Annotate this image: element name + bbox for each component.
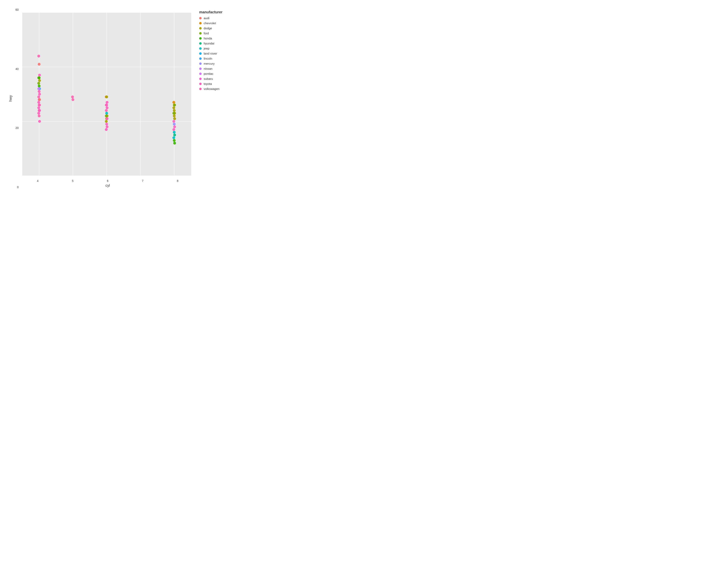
legend-dot bbox=[199, 73, 202, 75]
svg-point-43 bbox=[105, 112, 108, 115]
legend-label: chevrolet bbox=[204, 21, 216, 25]
x-axis-label: cyl bbox=[20, 183, 195, 189]
legend-dot bbox=[199, 17, 202, 20]
svg-point-56 bbox=[173, 109, 176, 112]
plot-core: 45678 cyl bbox=[20, 8, 195, 189]
svg-point-31 bbox=[37, 112, 40, 115]
plot-svg-area bbox=[20, 8, 195, 178]
legend: manufacturer audichevroletdodgefordhonda… bbox=[195, 8, 236, 188]
legend-item: land rover bbox=[199, 52, 236, 55]
legend-label: dodge bbox=[204, 26, 212, 30]
svg-point-65 bbox=[173, 131, 176, 134]
svg-point-69 bbox=[173, 142, 176, 144]
legend-item: honda bbox=[199, 36, 236, 40]
svg-point-41 bbox=[106, 106, 109, 109]
svg-point-16 bbox=[37, 82, 40, 85]
svg-point-34 bbox=[71, 95, 74, 98]
legend-dot bbox=[199, 32, 202, 34]
svg-point-63 bbox=[173, 126, 176, 128]
legend-label: lincoln bbox=[204, 57, 212, 60]
legend-label: toyota bbox=[204, 82, 212, 85]
legend-label: pontiac bbox=[204, 72, 213, 75]
svg-point-17 bbox=[38, 85, 41, 87]
svg-point-19 bbox=[37, 87, 40, 90]
legend-label: audi bbox=[204, 17, 209, 20]
legend-item: dodge bbox=[199, 26, 236, 30]
legend-item: toyota bbox=[199, 82, 236, 85]
svg-point-30 bbox=[38, 109, 41, 112]
svg-point-14 bbox=[38, 76, 41, 79]
svg-point-62 bbox=[173, 123, 176, 126]
x-tick: 4 bbox=[37, 179, 38, 183]
legend-dot bbox=[199, 47, 202, 50]
svg-point-51 bbox=[105, 128, 108, 131]
svg-point-21 bbox=[38, 93, 41, 95]
legend-title: manufacturer bbox=[199, 10, 236, 15]
svg-point-52 bbox=[173, 101, 175, 104]
legend-item: ford bbox=[199, 31, 236, 35]
svg-point-37 bbox=[105, 95, 108, 98]
svg-point-15 bbox=[38, 79, 41, 82]
legend-item: nissan bbox=[199, 67, 236, 70]
svg-point-12 bbox=[38, 74, 41, 77]
legend-label: land rover bbox=[204, 52, 217, 55]
legend-label: mercury bbox=[204, 62, 214, 65]
x-tick: 7 bbox=[142, 179, 144, 183]
svg-point-60 bbox=[173, 117, 176, 120]
svg-point-24 bbox=[38, 98, 41, 101]
svg-point-49 bbox=[105, 123, 108, 126]
y-tick: 20 bbox=[16, 126, 19, 130]
svg-point-42 bbox=[105, 109, 108, 112]
legend-dot bbox=[199, 67, 202, 70]
x-tick: 5 bbox=[72, 179, 74, 183]
svg-point-11 bbox=[38, 63, 41, 66]
legend-label: volkswagen bbox=[204, 87, 219, 90]
plot-area-wrapper: hwy 6040200 45678 cyl bbox=[7, 8, 195, 188]
legend-dot bbox=[199, 52, 202, 55]
legend-item: jeep bbox=[199, 47, 236, 50]
svg-point-55 bbox=[173, 106, 175, 109]
legend-dot bbox=[199, 83, 202, 85]
legend-dot bbox=[199, 78, 202, 80]
y-axis-ticks: 6040200 bbox=[13, 8, 20, 189]
svg-point-50 bbox=[106, 126, 109, 128]
svg-point-35 bbox=[72, 98, 74, 101]
legend-item: audi bbox=[199, 17, 236, 20]
plot-with-yaxis: hwy 6040200 45678 cyl bbox=[7, 8, 195, 189]
svg-point-33 bbox=[38, 120, 41, 123]
y-tick: 40 bbox=[16, 67, 19, 71]
legend-item: subaru bbox=[199, 77, 236, 80]
svg-point-47 bbox=[106, 117, 109, 120]
legend-dot bbox=[199, 22, 202, 24]
svg-point-25 bbox=[37, 101, 40, 104]
legend-item: lincoln bbox=[199, 57, 236, 60]
legend-dot bbox=[199, 42, 202, 45]
legend-item: pontiac bbox=[199, 72, 236, 75]
legend-dot bbox=[199, 37, 202, 39]
y-tick: 60 bbox=[16, 8, 19, 11]
svg-point-48 bbox=[105, 120, 108, 123]
svg-point-38 bbox=[106, 101, 109, 104]
svg-point-20 bbox=[38, 90, 41, 93]
legend-label: subaru bbox=[204, 77, 213, 80]
svg-point-59 bbox=[173, 115, 176, 117]
y-tick: 0 bbox=[17, 186, 19, 189]
svg-point-67 bbox=[173, 136, 175, 139]
svg-point-32 bbox=[38, 115, 41, 117]
svg-point-54 bbox=[173, 104, 176, 107]
x-axis-ticks: 45678 bbox=[20, 178, 195, 183]
legend-label: honda bbox=[204, 36, 212, 40]
x-tick: 6 bbox=[107, 179, 109, 183]
y-axis-label: hwy bbox=[7, 8, 13, 189]
legend-label: hyundai bbox=[204, 41, 214, 45]
legend-item: volkswagen bbox=[199, 87, 236, 90]
legend-dot bbox=[199, 88, 202, 90]
legend-dot bbox=[199, 62, 202, 65]
legend-item: mercury bbox=[199, 62, 236, 65]
svg-point-45 bbox=[105, 115, 108, 117]
legend-label: nissan bbox=[204, 67, 212, 70]
x-tick: 8 bbox=[177, 179, 179, 183]
legend-label: jeep bbox=[204, 47, 209, 50]
legend-item: hyundai bbox=[199, 41, 236, 45]
svg-point-66 bbox=[173, 134, 176, 136]
